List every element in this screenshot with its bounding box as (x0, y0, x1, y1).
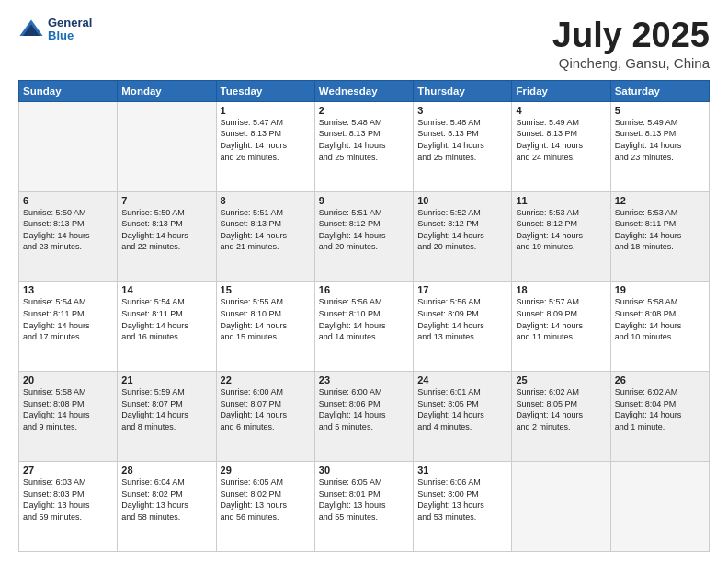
day-number: 7 (121, 195, 211, 206)
day-number: 11 (516, 195, 606, 206)
day-info: Sunrise: 6:02 AM Sunset: 8:05 PM Dayligh… (516, 386, 606, 432)
weekday-friday: Friday (512, 80, 610, 101)
page: General Blue July 2025 Qincheng, Gansu, … (0, 0, 728, 563)
calendar-cell: 4Sunrise: 5:49 AM Sunset: 8:13 PM Daylig… (512, 101, 610, 191)
logo-blue: Blue (48, 29, 92, 42)
logo: General Blue (18, 17, 92, 43)
day-info: Sunrise: 5:52 AM Sunset: 8:12 PM Dayligh… (417, 207, 507, 253)
day-number: 24 (417, 374, 507, 385)
day-number: 21 (121, 374, 211, 385)
day-number: 9 (319, 195, 409, 206)
calendar-cell: 9Sunrise: 5:51 AM Sunset: 8:12 PM Daylig… (314, 191, 413, 282)
day-number: 31 (417, 465, 507, 476)
weekday-tuesday: Tuesday (216, 80, 314, 101)
calendar-cell: 8Sunrise: 5:51 AM Sunset: 8:13 PM Daylig… (216, 191, 314, 282)
day-info: Sunrise: 5:50 AM Sunset: 8:13 PM Dayligh… (23, 207, 113, 253)
day-info: Sunrise: 5:48 AM Sunset: 8:13 PM Dayligh… (417, 117, 507, 163)
calendar-cell: 5Sunrise: 5:49 AM Sunset: 8:13 PM Daylig… (610, 101, 709, 191)
calendar-cell: 19Sunrise: 5:58 AM Sunset: 8:08 PM Dayli… (610, 282, 709, 372)
header: General Blue July 2025 Qincheng, Gansu, … (18, 17, 710, 71)
calendar-cell: 18Sunrise: 5:57 AM Sunset: 8:09 PM Dayli… (512, 282, 610, 372)
weekday-saturday: Saturday (610, 80, 709, 101)
calendar-cell: 26Sunrise: 6:02 AM Sunset: 8:04 PM Dayli… (610, 372, 709, 462)
calendar-cell: 28Sunrise: 6:04 AM Sunset: 8:02 PM Dayli… (118, 462, 216, 552)
day-number: 18 (516, 284, 606, 295)
calendar-cell: 16Sunrise: 5:56 AM Sunset: 8:10 PM Dayli… (314, 282, 413, 372)
day-info: Sunrise: 6:01 AM Sunset: 8:05 PM Dayligh… (417, 386, 507, 432)
day-number: 6 (23, 195, 113, 206)
calendar-cell: 15Sunrise: 5:55 AM Sunset: 8:10 PM Dayli… (216, 282, 314, 372)
day-number: 22 (221, 374, 311, 385)
calendar-cell: 14Sunrise: 5:54 AM Sunset: 8:11 PM Dayli… (118, 282, 216, 372)
calendar-cell: 13Sunrise: 5:54 AM Sunset: 8:11 PM Dayli… (19, 282, 118, 372)
calendar-cell: 7Sunrise: 5:50 AM Sunset: 8:13 PM Daylig… (118, 191, 216, 282)
day-number: 14 (121, 284, 211, 295)
calendar-cell: 3Sunrise: 5:48 AM Sunset: 8:13 PM Daylig… (414, 101, 512, 191)
month-title: July 2025 (552, 17, 710, 55)
calendar-cell (512, 462, 610, 552)
calendar-cell: 31Sunrise: 6:06 AM Sunset: 8:00 PM Dayli… (414, 462, 512, 552)
day-number: 16 (319, 284, 409, 295)
day-info: Sunrise: 5:47 AM Sunset: 8:13 PM Dayligh… (221, 117, 311, 163)
calendar-cell: 24Sunrise: 6:01 AM Sunset: 8:05 PM Dayli… (414, 372, 512, 462)
logo-icon (18, 17, 44, 42)
day-number: 29 (221, 465, 311, 476)
calendar-cell: 11Sunrise: 5:53 AM Sunset: 8:12 PM Dayli… (512, 191, 610, 282)
day-info: Sunrise: 5:49 AM Sunset: 8:13 PM Dayligh… (615, 117, 705, 163)
day-number: 17 (417, 284, 507, 295)
day-info: Sunrise: 5:53 AM Sunset: 8:12 PM Dayligh… (516, 207, 606, 253)
calendar-cell (19, 101, 118, 191)
calendar-cell: 22Sunrise: 6:00 AM Sunset: 8:07 PM Dayli… (216, 372, 314, 462)
day-number: 4 (516, 105, 606, 116)
day-info: Sunrise: 6:05 AM Sunset: 8:02 PM Dayligh… (221, 477, 311, 523)
day-number: 15 (221, 284, 311, 295)
day-number: 2 (319, 105, 409, 116)
day-number: 25 (516, 374, 606, 385)
day-info: Sunrise: 6:06 AM Sunset: 8:00 PM Dayligh… (417, 477, 507, 523)
calendar-cell: 12Sunrise: 5:53 AM Sunset: 8:11 PM Dayli… (610, 191, 709, 282)
calendar-cell: 2Sunrise: 5:48 AM Sunset: 8:13 PM Daylig… (314, 101, 413, 191)
day-info: Sunrise: 5:56 AM Sunset: 8:09 PM Dayligh… (417, 296, 507, 342)
calendar-cell: 6Sunrise: 5:50 AM Sunset: 8:13 PM Daylig… (19, 191, 118, 282)
calendar-cell: 30Sunrise: 6:05 AM Sunset: 8:01 PM Dayli… (314, 462, 413, 552)
weekday-sunday: Sunday (19, 80, 118, 101)
calendar-cell: 1Sunrise: 5:47 AM Sunset: 8:13 PM Daylig… (216, 101, 314, 191)
logo-text: General Blue (48, 17, 92, 43)
day-number: 3 (417, 105, 507, 116)
day-info: Sunrise: 5:54 AM Sunset: 8:11 PM Dayligh… (121, 296, 211, 342)
logo-general: General (48, 17, 92, 29)
day-info: Sunrise: 5:55 AM Sunset: 8:10 PM Dayligh… (221, 296, 311, 342)
day-number: 19 (615, 284, 705, 295)
day-info: Sunrise: 6:02 AM Sunset: 8:04 PM Dayligh… (615, 386, 705, 432)
day-info: Sunrise: 5:49 AM Sunset: 8:13 PM Dayligh… (516, 117, 606, 163)
weekday-header-row: SundayMondayTuesdayWednesdayThursdayFrid… (19, 80, 710, 101)
day-info: Sunrise: 5:51 AM Sunset: 8:13 PM Dayligh… (221, 207, 311, 253)
day-number: 20 (23, 374, 113, 385)
calendar-cell (610, 462, 709, 552)
calendar-cell: 23Sunrise: 6:00 AM Sunset: 8:06 PM Dayli… (314, 372, 413, 462)
day-number: 10 (417, 195, 507, 206)
weekday-thursday: Thursday (414, 80, 512, 101)
day-info: Sunrise: 6:05 AM Sunset: 8:01 PM Dayligh… (319, 477, 409, 523)
day-info: Sunrise: 6:00 AM Sunset: 8:06 PM Dayligh… (319, 386, 409, 432)
day-number: 8 (221, 195, 311, 206)
day-info: Sunrise: 6:04 AM Sunset: 8:02 PM Dayligh… (121, 477, 211, 523)
day-number: 23 (319, 374, 409, 385)
day-info: Sunrise: 5:50 AM Sunset: 8:13 PM Dayligh… (121, 207, 211, 253)
day-info: Sunrise: 5:58 AM Sunset: 8:08 PM Dayligh… (23, 386, 113, 432)
day-number: 27 (23, 465, 113, 476)
location: Qincheng, Gansu, China (552, 55, 710, 71)
week-row-5: 27Sunrise: 6:03 AM Sunset: 8:03 PM Dayli… (19, 462, 710, 552)
day-info: Sunrise: 5:51 AM Sunset: 8:12 PM Dayligh… (319, 207, 409, 253)
day-number: 30 (319, 465, 409, 476)
day-info: Sunrise: 6:00 AM Sunset: 8:07 PM Dayligh… (221, 386, 311, 432)
week-row-2: 6Sunrise: 5:50 AM Sunset: 8:13 PM Daylig… (19, 191, 710, 282)
weekday-wednesday: Wednesday (314, 80, 413, 101)
week-row-4: 20Sunrise: 5:58 AM Sunset: 8:08 PM Dayli… (19, 372, 710, 462)
day-number: 26 (615, 374, 705, 385)
day-info: Sunrise: 5:58 AM Sunset: 8:08 PM Dayligh… (615, 296, 705, 342)
calendar-cell: 25Sunrise: 6:02 AM Sunset: 8:05 PM Dayli… (512, 372, 610, 462)
day-info: Sunrise: 5:54 AM Sunset: 8:11 PM Dayligh… (23, 296, 113, 342)
title-block: July 2025 Qincheng, Gansu, China (552, 17, 710, 71)
week-row-1: 1Sunrise: 5:47 AM Sunset: 8:13 PM Daylig… (19, 101, 710, 191)
